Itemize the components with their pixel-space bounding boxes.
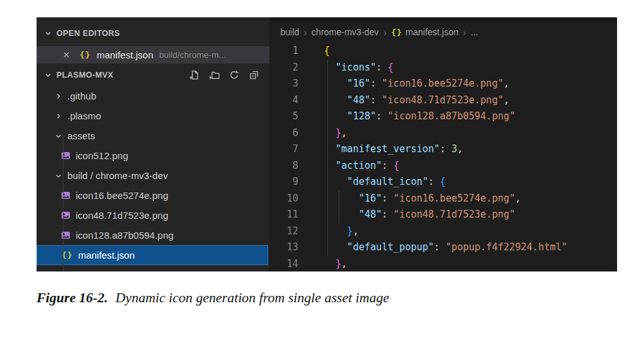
chevron-right-separator: › <box>463 27 466 38</box>
chevron-right-icon <box>55 112 62 120</box>
open-editors-header[interactable]: OPEN EDITORS <box>37 25 269 42</box>
line-number: 11 <box>269 207 298 223</box>
tree-item--plasmo[interactable]: .plasmo <box>37 106 269 126</box>
code-line[interactable]: 5 "128": "icon128.a87b0594.png" <box>269 108 617 125</box>
breadcrumb-label: chrome-mv3-dev <box>312 27 379 37</box>
open-editor-item-manifest[interactable]: {} manifest.json build/chrome-m... <box>37 46 269 64</box>
line-number: 3 <box>269 76 298 92</box>
tree-indent-guide <box>63 135 64 271</box>
open-editor-filename: manifest.json <box>97 49 153 60</box>
tree-item-label: icon16.bee5274e.png <box>76 190 168 201</box>
breadcrumb-label: build <box>280 27 300 37</box>
tree-item-icon128-a87b0594-png[interactable]: icon128.a87b0594.png <box>37 225 269 245</box>
explorer-actions <box>189 69 269 81</box>
tree-item-assets[interactable]: assets <box>37 126 269 146</box>
collapse-folders-button[interactable] <box>248 69 260 81</box>
explorer-sidebar: OPEN EDITORS {} manifest.json build/chro… <box>37 17 269 271</box>
code-line[interactable]: 9 "default_icon": { <box>269 174 617 191</box>
line-number: 14 <box>269 256 298 272</box>
chevron-down-icon <box>55 172 62 180</box>
code-text: "16": "icon16.bee5274e.png", <box>324 76 509 92</box>
json-file-icon: {} <box>391 28 403 37</box>
chevron-right-separator: › <box>384 27 387 38</box>
code-text: "icons": { <box>324 60 393 76</box>
code-area[interactable]: 1{2 "icons": {3 "16": "icon16.bee5274e.p… <box>269 43 617 271</box>
tree-item-label: icon512.png <box>76 150 128 161</box>
line-number: 8 <box>269 158 298 175</box>
code-line[interactable]: 2 "icons": { <box>269 60 617 76</box>
code-line[interactable]: 3 "16": "icon16.bee5274e.png", <box>269 76 617 92</box>
code-line[interactable]: 6 }, <box>269 125 617 142</box>
tree-item-label: .plasmo <box>67 110 101 121</box>
breadcrumb-item[interactable]: {}manifest.json <box>391 27 459 37</box>
tree-item-label: .github <box>67 90 96 101</box>
code-text: { <box>324 43 330 60</box>
tree-item-label: popup.e9bbeb4e.js <box>74 270 157 271</box>
tree-item-label: assets <box>67 130 95 141</box>
breadcrumb-item[interactable]: ... <box>471 27 479 37</box>
code-line[interactable]: 8 "action": { <box>269 158 617 175</box>
code-line[interactable]: 10 "16": "icon16.bee5274e.png", <box>269 191 617 207</box>
line-number: 5 <box>269 108 298 125</box>
code-text: "default_icon": { <box>324 174 446 191</box>
tree-item-icon16-bee5274e-png[interactable]: icon16.bee5274e.png <box>37 185 269 205</box>
chevron-down-icon <box>55 132 62 140</box>
line-number: 7 <box>269 141 298 158</box>
tree-item-label: icon128.a87b0594.png <box>76 230 174 241</box>
breadcrumb: build›chrome-mv3-dev›{}manifest.json›... <box>280 24 478 40</box>
tree-item-icon48-71d7523e-png[interactable]: icon48.71d7523e.png <box>37 205 269 225</box>
code-text: "default_popup": "popup.f4f22924.html" <box>324 239 567 256</box>
refresh-icon[interactable] <box>228 69 240 81</box>
code-text: "action": { <box>324 158 399 175</box>
code-text: }, <box>324 223 359 240</box>
code-text: "manifest_version": 3, <box>324 141 463 158</box>
code-text: }, <box>324 256 347 272</box>
open-editor-filepath: build/chrome-m... <box>159 50 226 60</box>
tree-item-label: manifest.json <box>78 250 135 261</box>
line-number: 1 <box>269 43 298 60</box>
close-icon[interactable] <box>62 51 71 59</box>
line-number: 12 <box>269 223 298 240</box>
new-folder-button[interactable] <box>208 69 220 81</box>
breadcrumb-item[interactable]: chrome-mv3-dev <box>312 27 379 37</box>
figure-caption-text: Dynamic icon generation from single asse… <box>115 290 389 305</box>
breadcrumb-item[interactable]: build <box>280 27 300 37</box>
code-text: "16": "icon16.bee5274e.png", <box>324 191 521 207</box>
new-file-button[interactable] <box>189 69 200 81</box>
project-header[interactable]: PLASMO-MVX <box>37 66 269 84</box>
figure-caption: Figure 16-2.Dynamic icon generation from… <box>37 290 389 306</box>
breadcrumb-label: ... <box>471 27 479 37</box>
code-line[interactable]: 11 "48": "icon48.71d7523e.png" <box>269 207 617 223</box>
tree-item-popup-e9bbeb4e-js[interactable]: JSpopup.e9bbeb4e.js <box>37 265 269 271</box>
tree-item--github[interactable]: .github <box>37 86 269 106</box>
tree-item-label: icon48.71d7523e.png <box>76 210 168 221</box>
tree-item-build-chrome-mv3-dev[interactable]: build / chrome-mv3-dev <box>37 166 269 185</box>
chevron-down-icon <box>44 71 52 79</box>
code-line[interactable]: 1{ <box>269 43 617 60</box>
vscode-screenshot: OPEN EDITORS {} manifest.json build/chro… <box>37 17 617 271</box>
project-name-label: PLASMO-MVX <box>56 71 114 80</box>
indent-guide <box>327 60 328 256</box>
book-page: OPEN EDITORS {} manifest.json build/chro… <box>0 0 644 344</box>
code-line[interactable]: 7 "manifest_version": 3, <box>269 141 617 158</box>
chevron-right-separator: › <box>304 27 307 38</box>
line-number: 10 <box>269 191 298 207</box>
indent-guide <box>339 191 339 223</box>
json-file-icon: {} <box>80 50 91 60</box>
code-text: "128": "icon128.a87b0594.png" <box>324 108 515 125</box>
tree-item-manifest-json[interactable]: {}manifest.json <box>37 245 268 265</box>
line-number: 9 <box>269 174 298 191</box>
code-line[interactable]: 4 "48": "icon48.71d7523e.png", <box>269 92 617 109</box>
code-line[interactable]: 13 "default_popup": "popup.f4f22924.html… <box>269 239 617 256</box>
code-line[interactable]: 14 }, <box>269 256 617 272</box>
figure-number: Figure 16-2. <box>37 290 108 305</box>
chevron-right-icon <box>55 92 62 100</box>
open-editors-label: OPEN EDITORS <box>56 29 120 38</box>
line-number: 2 <box>269 60 298 76</box>
line-number: 13 <box>269 239 298 256</box>
tree-item-icon512-png[interactable]: icon512.png <box>37 146 269 166</box>
editor-pane[interactable]: build›chrome-mv3-dev›{}manifest.json›...… <box>269 17 617 271</box>
breadcrumb-label: manifest.json <box>405 27 458 37</box>
code-line[interactable]: 12 }, <box>269 223 617 240</box>
tree-item-label: build / chrome-mv3-dev <box>67 170 168 181</box>
